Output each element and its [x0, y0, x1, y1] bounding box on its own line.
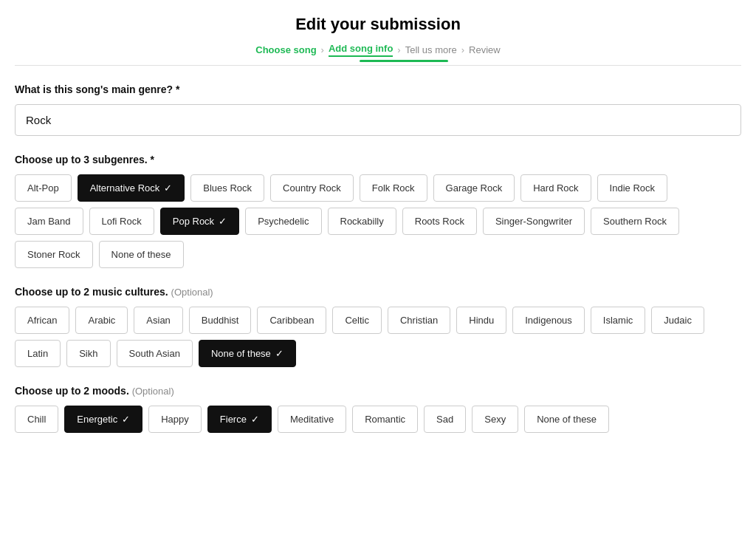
tag-caribbean[interactable]: Caribbean — [257, 307, 326, 334]
tag-meditative[interactable]: Meditative — [278, 406, 346, 433]
tag-asian[interactable]: Asian — [134, 307, 183, 334]
tag-celtic[interactable]: Celtic — [332, 307, 382, 334]
tag-hard-rock[interactable]: Hard Rock — [520, 174, 591, 202]
breadcrumb-review[interactable]: Review — [469, 44, 501, 55]
tag-garage-rock[interactable]: Garage Rock — [433, 174, 515, 202]
tag-energetic[interactable]: Energetic✓ — [64, 406, 142, 433]
tag-african[interactable]: African — [15, 307, 69, 334]
culture-label: Choose up to 2 music cultures. (Optional… — [15, 286, 741, 298]
tag-country-rock[interactable]: Country Rock — [270, 174, 354, 202]
genre-label: What is this song's main genre? * — [15, 83, 741, 95]
tag-sexy[interactable]: Sexy — [472, 406, 518, 433]
page-title: Edit your submission — [15, 15, 741, 34]
tag-alt-pop[interactable]: Alt-Pop — [15, 174, 72, 202]
tag-folk-rock[interactable]: Folk Rock — [360, 174, 427, 202]
tag-happy[interactable]: Happy — [148, 406, 202, 433]
tag-none-of-these[interactable]: None of these✓ — [199, 340, 296, 367]
subgenre-section: Choose up to 3 subgenres. * Alt-PopAlter… — [15, 154, 741, 268]
tag-indie-rock[interactable]: Indie Rock — [597, 174, 667, 202]
breadcrumb: Choose song › Add song info › Tell us mo… — [15, 43, 741, 57]
tag-south-asian[interactable]: South Asian — [117, 340, 193, 367]
tag-buddhist[interactable]: Buddhist — [189, 307, 252, 334]
tag-alternative-rock[interactable]: Alternative Rock✓ — [78, 174, 185, 202]
subgenre-label: Choose up to 3 subgenres. * — [15, 154, 741, 165]
tag-indigenous[interactable]: Indigenous — [512, 307, 585, 334]
tag-hindu[interactable]: Hindu — [456, 307, 506, 334]
tag-none-of-these[interactable]: None of these — [524, 406, 609, 433]
tag-christian[interactable]: Christian — [388, 307, 450, 334]
tag-blues-rock[interactable]: Blues Rock — [190, 174, 264, 202]
breadcrumb-sep3: › — [461, 44, 464, 55]
culture-tags-grid: AfricanArabicAsianBuddhistCaribbeanCelti… — [15, 307, 741, 367]
tag-psychedelic[interactable]: Psychedelic — [245, 208, 321, 235]
breadcrumb-add-song-info[interactable]: Add song info — [329, 43, 393, 57]
tag-singer-songwriter[interactable]: Singer-Songwriter — [483, 208, 585, 235]
tag-latin[interactable]: Latin — [15, 340, 61, 367]
tag-none-of-these[interactable]: None of these — [99, 241, 184, 268]
tag-sikh[interactable]: Sikh — [66, 340, 110, 367]
subgenre-tags-grid: Alt-PopAlternative Rock✓Blues RockCountr… — [15, 174, 741, 268]
breadcrumb-sep1: › — [321, 44, 324, 55]
mood-tags-grid: ChillEnergetic✓HappyFierce✓MeditativeRom… — [15, 406, 741, 433]
mood-section: Choose up to 2 moods. (Optional) ChillEn… — [15, 385, 741, 433]
culture-section: Choose up to 2 music cultures. (Optional… — [15, 286, 741, 367]
tag-islamic[interactable]: Islamic — [591, 307, 645, 334]
breadcrumb-sep2: › — [397, 44, 400, 55]
tag-jam-band[interactable]: Jam Band — [15, 208, 83, 235]
breadcrumb-tell-us-more[interactable]: Tell us more — [405, 44, 457, 55]
tag-rockabilly[interactable]: Rockabilly — [328, 208, 396, 235]
genre-section: What is this song's main genre? * — [15, 83, 741, 136]
tag-fierce[interactable]: Fierce✓ — [207, 406, 272, 433]
tag-roots-rock[interactable]: Roots Rock — [402, 208, 477, 235]
tag-chill[interactable]: Chill — [15, 406, 58, 433]
tag-southern-rock[interactable]: Southern Rock — [591, 208, 679, 235]
breadcrumb-choose-song[interactable]: Choose song — [255, 44, 316, 55]
tag-romantic[interactable]: Romantic — [352, 406, 418, 433]
tag-sad[interactable]: Sad — [424, 406, 466, 433]
genre-input[interactable] — [15, 104, 741, 136]
tag-pop-rock[interactable]: Pop Rock✓ — [160, 208, 239, 235]
mood-label: Choose up to 2 moods. (Optional) — [15, 385, 741, 397]
header-divider — [15, 65, 741, 66]
tag-arabic[interactable]: Arabic — [75, 307, 128, 334]
tag-stoner-rock[interactable]: Stoner Rock — [15, 241, 93, 268]
tag-lofi-rock[interactable]: Lofi Rock — [89, 208, 154, 235]
tag-judaic[interactable]: Judaic — [651, 307, 704, 334]
